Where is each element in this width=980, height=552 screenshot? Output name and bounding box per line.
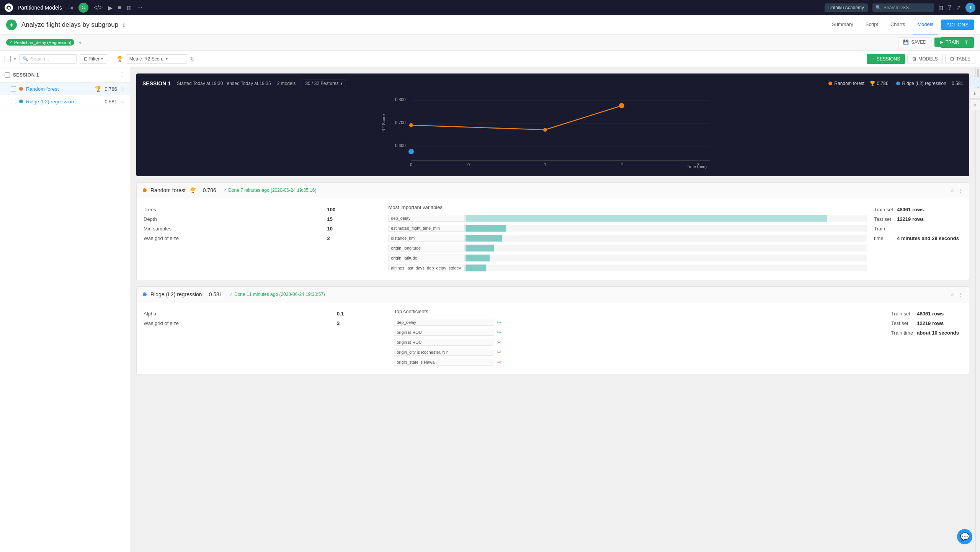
- actions-button[interactable]: ACTIONS: [941, 20, 974, 30]
- rf-more-icon[interactable]: ⋮: [958, 188, 963, 193]
- page-help-icon[interactable]: ℹ: [123, 22, 125, 28]
- check-icon: ✓: [9, 40, 13, 45]
- tab-script[interactable]: Script: [861, 15, 883, 34]
- coef-name: origin_city is Rochester, NY: [394, 349, 493, 356]
- filter-icon: ⊟: [84, 56, 88, 62]
- more-icon[interactable]: ···: [137, 4, 142, 11]
- grid-apps-icon[interactable]: ⊞: [938, 4, 943, 11]
- rf-star-icon[interactable]: ☆: [950, 188, 955, 193]
- help-icon[interactable]: ?: [948, 4, 951, 11]
- metric-select[interactable]: Metric: R2 Score ▾: [126, 54, 187, 64]
- param-value: 10: [327, 224, 382, 233]
- feature-bar: [466, 245, 493, 252]
- session-chart-header: SESSION 1 Started Today at 19:30 , ended…: [142, 80, 963, 87]
- coef-down-icon: ✂: [495, 340, 503, 345]
- rf-card-header: Random forest 🏆 0.786 ✓ Done 7 minutes a…: [137, 183, 969, 198]
- right-scrollbar[interactable]: [975, 67, 980, 552]
- feature-name: dep_delay: [388, 215, 465, 222]
- user-avatar[interactable]: T: [965, 3, 975, 13]
- svg-point-16: [619, 103, 624, 108]
- stat-label: Test set: [874, 215, 896, 224]
- filter-chevron-icon: ▾: [101, 57, 103, 61]
- ridge-star-icon[interactable]: ☆: [950, 292, 955, 297]
- coef-row: origin_city is Rochester, NY ✂: [394, 348, 884, 356]
- session-header: SESSION 1 ⋮: [0, 67, 130, 83]
- sessions-view-button[interactable]: ≡ SESSIONS: [867, 54, 905, 64]
- done-check-icon: ✓: [223, 188, 227, 193]
- tab-summary[interactable]: Summary: [827, 15, 858, 34]
- legend-dot-blue: [896, 82, 900, 85]
- format-icon[interactable]: ≡: [118, 4, 121, 11]
- stat-label: Train set: [874, 205, 896, 214]
- feature-name: airlines_last_days_dep_delay_stddev: [388, 265, 465, 271]
- rf-card-done: ✓ Done 7 minutes ago (2020-06-24 19:35:1…: [223, 188, 317, 193]
- model-star-rf[interactable]: ☆: [120, 86, 125, 92]
- panel-icon-circle[interactable]: ○: [969, 100, 980, 110]
- tab-models[interactable]: Models: [913, 15, 938, 34]
- feature-bar-container: [466, 255, 867, 261]
- panel-icon-plus[interactable]: +: [969, 77, 980, 87]
- stat-value: 4 minutes and 29 seconds: [897, 234, 962, 243]
- svg-point-14: [409, 123, 413, 127]
- model-row-ridge[interactable]: Ridge (L2) regression 0.581 ☆: [0, 95, 130, 108]
- session-checkbox[interactable]: [5, 72, 10, 78]
- model-row-random-forest[interactable]: Random forest 🏆 0.786 ☆: [0, 83, 130, 95]
- refresh-metric-icon[interactable]: ↻: [190, 56, 195, 62]
- code-icon[interactable]: </>: [94, 4, 103, 11]
- model-score-ridge: 0.581: [105, 99, 117, 105]
- play-icon[interactable]: ▶: [108, 4, 113, 11]
- chat-bubble-button[interactable]: 💬: [957, 529, 972, 544]
- filter-button[interactable]: ⊟ Filter ▾: [80, 54, 107, 64]
- stat-row: Test set 12219 rows: [891, 319, 962, 328]
- svg-text:0: 0: [410, 162, 412, 167]
- session-features-button[interactable]: 30 / 32 Features ▾: [302, 80, 346, 87]
- right-content: SESSION 1 Started Today at 19:30 , ended…: [130, 67, 975, 552]
- model-star-ridge[interactable]: ☆: [120, 98, 125, 105]
- feature-row: airlines_last_days_dep_delay_stddev: [388, 264, 867, 272]
- feature-bar-container: [466, 265, 867, 271]
- feature-row: estimated_flight_time_min: [388, 224, 867, 232]
- model-search-input[interactable]: 🔍 Search...: [19, 54, 77, 64]
- refresh-icon[interactable]: ↻: [78, 3, 88, 13]
- feature-row: distance_km: [388, 234, 867, 242]
- search-bar[interactable]: 🔍 Search DSS...: [872, 3, 934, 12]
- train-button[interactable]: ▶ TRAIN: [934, 38, 965, 47]
- model-checkbox-ridge[interactable]: [11, 99, 16, 104]
- ridge-more-icon[interactable]: ⋮: [958, 292, 963, 297]
- session-menu-icon[interactable]: ⋮: [119, 71, 125, 78]
- stat-value: about 10 seconds: [917, 328, 962, 337]
- rf-card-name: Random forest: [150, 187, 186, 193]
- feature-name: distance_km: [388, 235, 465, 242]
- page-title: Analyze flight delays by subgroup: [21, 21, 118, 29]
- predict-badge: ✓ Predict arr_delay (Regression): [6, 39, 74, 46]
- coef-row: origin is ROC ✂: [394, 338, 884, 346]
- models-view-button[interactable]: ⊞ MODELS: [907, 54, 943, 64]
- table-view-button[interactable]: ⊟ TABLE: [945, 54, 975, 64]
- param-label: Depth: [144, 215, 327, 224]
- rf-card-actions: ☆ ⋮: [950, 188, 963, 193]
- sidebar: SESSION 1 ⋮ Random forest 🏆 0.786 ☆ Ridg…: [0, 67, 130, 552]
- rf-stats: Train set 48061 rows Test set 12219 rows…: [873, 204, 963, 274]
- checkbox-dropdown-icon[interactable]: ▾: [14, 56, 16, 62]
- session-models-count: 2 models: [277, 81, 296, 86]
- feature-row: origin_longitude: [388, 244, 867, 252]
- panel-icon-info[interactable]: ℹ: [969, 88, 980, 99]
- export-icon[interactable]: ⇥: [68, 4, 73, 11]
- svg-text:0.600: 0.600: [395, 143, 406, 148]
- param-label: Trees: [144, 205, 327, 214]
- activity-icon[interactable]: ↗: [956, 4, 961, 11]
- stat-row: Train set 48061 rows: [874, 205, 962, 214]
- tab-charts[interactable]: Charts: [886, 15, 910, 34]
- select-all-checkbox[interactable]: [5, 56, 11, 62]
- feature-bar-container: [466, 235, 867, 242]
- grid-icon[interactable]: ⊞: [127, 4, 132, 11]
- saved-button[interactable]: 💾 SAVED: [898, 37, 931, 47]
- dropdown-arrow-icon[interactable]: ▾: [79, 39, 82, 46]
- rf-card-dot: [143, 188, 147, 192]
- right-panel-icons: + ℹ ○: [969, 77, 980, 110]
- chart-svg: 0.800 0.700 0.600 R2 Score 0 0 1 2 3: [142, 93, 963, 170]
- model-checkbox-rf[interactable]: [11, 86, 16, 91]
- academy-button[interactable]: Dataiku Academy: [825, 3, 868, 12]
- rf-card-body: Trees 100 Depth 15 Min samples 10 Was: [137, 198, 969, 280]
- stat-row: Train: [874, 224, 962, 233]
